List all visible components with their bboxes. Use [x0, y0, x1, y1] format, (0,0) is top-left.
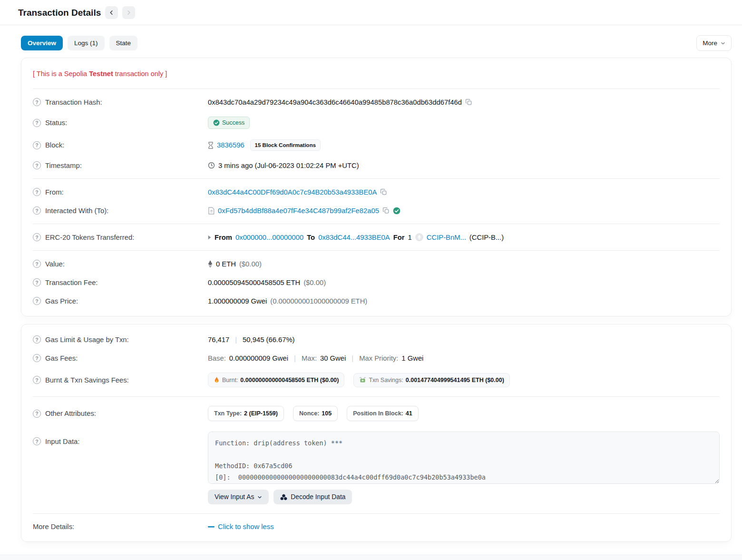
help-icon: ?	[33, 188, 41, 196]
txn-type-value: 2 (EIP-1559)	[244, 410, 278, 417]
copy-icon[interactable]	[465, 98, 472, 106]
token-symbol: (CCIP-B...)	[469, 234, 504, 241]
divider	[33, 396, 720, 397]
burnt-fees-label: Burnt & Txn Savings Fees:	[45, 376, 129, 384]
help-icon: ?	[33, 260, 41, 268]
from-row: ? From: 0x83dC44a4C00DFf69d0A0c7c94B20b5…	[33, 183, 720, 201]
more-label: More	[703, 39, 717, 47]
copy-icon[interactable]	[382, 207, 390, 214]
hourglass-icon	[208, 142, 214, 149]
transaction-fee-usd: ($0.00)	[303, 279, 326, 286]
nonce-value: 105	[322, 410, 332, 417]
transfer-from-label: From	[215, 234, 232, 241]
value-usd: ($0.00)	[239, 260, 262, 268]
position-in-block-badge: Position In Block: 41	[347, 406, 418, 421]
chevron-down-icon	[257, 495, 262, 500]
chevron-left-icon	[109, 10, 114, 15]
more-dropdown-button[interactable]: More	[696, 35, 732, 51]
help-icon: ?	[33, 141, 41, 149]
other-attributes-row: ? Other Attributes: Txn Type: 2 (EIP-155…	[33, 401, 720, 426]
tab-state[interactable]: State	[109, 36, 138, 50]
block-number-link[interactable]: 3836596	[217, 141, 244, 149]
overview-card: [ This is a Sepolia Testnet transaction …	[21, 58, 732, 316]
view-input-as-button[interactable]: View Input As	[208, 490, 269, 504]
transaction-hash-value: 0x843dc70a4a29d79234c49a904c363d6c46640a…	[208, 98, 462, 106]
gas-fees-label: Gas Fees:	[45, 354, 78, 362]
token-logo-icon	[415, 233, 423, 241]
contract-success-check-icon	[393, 207, 400, 215]
interacted-with-address-link[interactable]: 0xFd57b4ddBf88a4e07fF4e34C487b99af2Fe82a…	[218, 207, 379, 215]
gas-base-label: Base:	[208, 354, 226, 362]
block-confirmations-badge: 15 Block Confirmations	[250, 139, 321, 151]
txn-savings-label: Txn Savings:	[369, 377, 403, 383]
gas-limit-row: ? Gas Limit & Usage by Txn: 76,417 | 50,…	[33, 330, 720, 349]
status-badge: Success	[208, 117, 250, 129]
page-header: Transaction Details	[0, 0, 742, 25]
gas-max-label: Max:	[302, 354, 317, 362]
divider	[33, 513, 720, 514]
transfer-to-label: To	[307, 234, 315, 241]
notice-suffix: transaction only ]	[113, 70, 167, 78]
burnt-badge: Burnt: 0.000000000000458505 ETH ($0.00)	[208, 373, 344, 387]
block-row: ? Block: 3836596 15 Block Confirmations	[33, 134, 720, 156]
chevron-down-icon	[721, 41, 725, 46]
burnt-value: 0.000000000000458505 ETH ($0.00)	[240, 377, 339, 383]
value-amount: 0 ETH	[216, 260, 236, 268]
timestamp-value: 3 mins ago (Jul-06-2023 01:02:24 PM +UTC…	[218, 162, 359, 169]
more-details-row: More Details: Click to show less	[33, 518, 720, 536]
next-transaction-button[interactable]	[122, 6, 135, 19]
separator: |	[233, 336, 239, 344]
tab-logs[interactable]: Logs (1)	[68, 36, 105, 50]
input-data-textarea[interactable]: Function: drip(address token) *** Method…	[208, 432, 720, 484]
timestamp-row: ? Timestamp: 3 mins ago (Jul-06-2023 01:…	[33, 156, 720, 175]
interacted-with-label: Interacted With (To):	[45, 207, 108, 215]
separator: |	[292, 354, 298, 362]
txn-type-label: Txn Type:	[214, 410, 242, 417]
help-icon: ?	[33, 278, 41, 286]
help-icon: ?	[33, 335, 41, 344]
transfer-to-address-link[interactable]: 0x83dC44...4933BE0A	[318, 234, 390, 241]
gas-price-row: ? Gas Price: 1.000000009 Gwei (0.0000000…	[33, 292, 720, 310]
help-icon: ?	[33, 161, 41, 169]
copy-icon[interactable]	[380, 188, 387, 196]
transfer-from-address-link[interactable]: 0x000000...00000000	[235, 234, 303, 241]
input-data-row: ? Input Data: Function: drip(address tok…	[33, 426, 720, 510]
help-icon: ?	[33, 206, 41, 215]
tab-overview[interactable]: Overview	[21, 36, 63, 50]
decode-input-data-label: Decode Input Data	[291, 493, 345, 501]
txn-type-badge: Txn Type: 2 (EIP-1559)	[208, 406, 284, 421]
divider	[33, 250, 720, 251]
gas-limit-label: Gas Limit & Usage by Txn:	[45, 336, 129, 344]
clock-icon	[208, 162, 215, 169]
separator: |	[349, 354, 356, 362]
tabs-bar: Overview Logs (1) State More	[0, 25, 742, 58]
testnet-notice: [ This is a Sepolia Testnet transaction …	[33, 64, 720, 85]
gas-max-value: 30 Gwei	[320, 354, 346, 362]
input-data-label: Input Data:	[45, 438, 79, 445]
decode-input-data-button[interactable]: Decode Input Data	[273, 490, 352, 504]
status-row: ? Status: Success	[33, 111, 720, 134]
show-less-link[interactable]: Click to show less	[218, 523, 274, 531]
gas-fees-row: ? Gas Fees: Base: 0.000000009 Gwei | Max…	[33, 349, 720, 367]
help-icon: ?	[33, 233, 41, 241]
token-name-link[interactable]: CCIP-BnM...	[427, 234, 466, 241]
notice-prefix: [ This is a Sepolia	[33, 70, 89, 78]
view-input-as-label: View Input As	[215, 493, 254, 501]
transfer-for-label: For	[393, 234, 405, 241]
status-label: Status:	[45, 119, 67, 127]
gas-usage-value: 50,945 (66.67%)	[243, 336, 294, 344]
interacted-with-row: ? Interacted With (To): 0xFd57b4ddBf88a4…	[33, 201, 720, 220]
prev-transaction-button[interactable]	[105, 6, 118, 19]
notice-bold: Testnet	[89, 70, 113, 78]
gas-price-eth: (0.000000001000000009 ETH)	[270, 297, 367, 305]
erc20-transfers-label: ERC-20 Tokens Transferred:	[45, 234, 134, 241]
gas-max-priority-value: 1 Gwei	[401, 354, 423, 362]
minus-icon	[208, 526, 215, 528]
transaction-fee-amount: 0.000050945000458505 ETH	[208, 279, 300, 286]
position-in-block-label: Position In Block:	[353, 410, 403, 417]
transaction-fee-row: ? Transaction Fee: 0.000050945000458505 …	[33, 273, 720, 292]
from-address-link[interactable]: 0x83dC44a4C00DFf69d0A0c7c94B20b53a4933BE…	[208, 188, 377, 196]
help-icon: ?	[33, 98, 41, 106]
gas-price-amount: 1.000000009 Gwei	[208, 297, 267, 305]
flame-icon	[214, 376, 220, 383]
